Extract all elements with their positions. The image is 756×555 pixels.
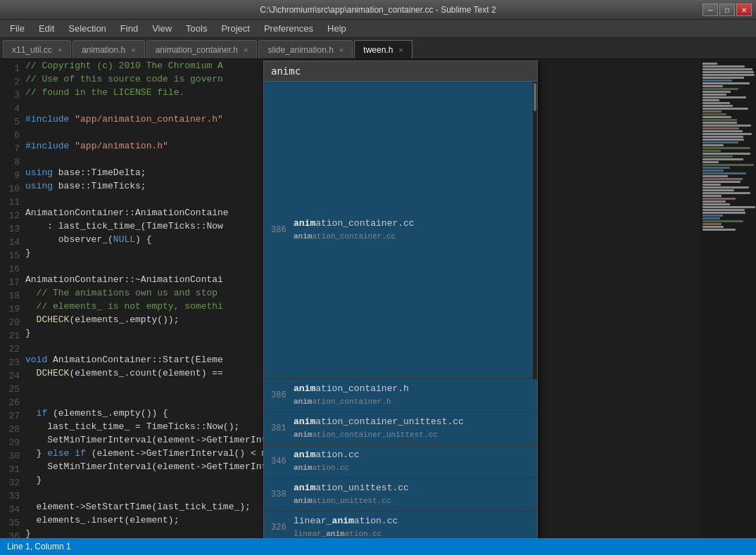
tab-x11_util-cc[interactable]: x11_util.cc× bbox=[3, 40, 71, 58]
menu-item-preferences[interactable]: Preferences bbox=[257, 21, 320, 36]
minimap-line bbox=[703, 71, 754, 73]
minimap bbox=[700, 59, 756, 538]
minimap-line bbox=[703, 122, 737, 124]
tab-close-btn[interactable]: × bbox=[244, 46, 248, 54]
ac-item-wrapper: 338animation_unittest.ccanimation_unitte… bbox=[264, 478, 537, 511]
minimap-line bbox=[703, 130, 743, 132]
autocomplete-input[interactable] bbox=[264, 61, 537, 82]
tab-animation_container-h[interactable]: animation_container.h× bbox=[146, 40, 258, 58]
minimap-line bbox=[703, 63, 717, 65]
line-number: 11 bbox=[0, 196, 20, 209]
minimap-line bbox=[703, 161, 719, 163]
line-number: 15 bbox=[0, 249, 20, 262]
line-number: 31 bbox=[0, 463, 20, 476]
minimap-line bbox=[703, 147, 750, 149]
tab-close-btn[interactable]: × bbox=[131, 46, 135, 54]
autocomplete-item[interactable]: 386animation_container.hanimation_contai… bbox=[264, 379, 537, 412]
line-number: 22 bbox=[0, 343, 20, 356]
menu-item-find[interactable]: Find bbox=[113, 21, 145, 36]
minimap-line bbox=[703, 105, 733, 107]
tab-close-btn[interactable]: × bbox=[398, 46, 403, 54]
menu-item-project[interactable]: Project bbox=[214, 21, 256, 36]
line-number: 35 bbox=[0, 516, 20, 530]
tab-label: x11_util.cc bbox=[12, 45, 52, 55]
status-bar: Line 1, Column 1 bbox=[0, 538, 756, 555]
ac-filename: animation_container.cc bbox=[294, 217, 526, 230]
minimap-line bbox=[703, 141, 738, 143]
autocomplete-item[interactable]: 386animation_container.ccanimation_conta… bbox=[264, 82, 533, 379]
minimize-button[interactable]: ─ bbox=[703, 4, 718, 16]
minimap-line bbox=[703, 170, 724, 172]
minimap-line bbox=[703, 167, 730, 169]
autocomplete-list: 386animation_container.ccanimation_conta… bbox=[264, 82, 537, 538]
minimap-line bbox=[703, 155, 733, 158]
autocomplete-item[interactable]: 381animation_container_unittest.ccanimat… bbox=[264, 412, 537, 445]
minimap-line bbox=[703, 136, 743, 138]
menu-item-view[interactable]: View bbox=[145, 21, 179, 36]
minimap-line bbox=[703, 94, 726, 96]
line-number: 26 bbox=[0, 396, 20, 409]
line-number: 3 bbox=[0, 89, 20, 102]
minimap-line bbox=[703, 119, 737, 121]
tab-label: animation.h bbox=[82, 45, 125, 55]
line-number: 27 bbox=[0, 409, 20, 423]
minimap-line bbox=[703, 206, 755, 208]
ac-item-num: 346 bbox=[271, 455, 294, 468]
minimap-line bbox=[703, 209, 745, 211]
tab-close-btn[interactable]: × bbox=[339, 46, 344, 54]
minimap-line bbox=[703, 178, 743, 180]
ac-item-wrapper: 346animation.ccanimation.cc bbox=[264, 445, 537, 478]
minimap-line bbox=[703, 229, 736, 231]
minimap-line bbox=[703, 212, 745, 214]
minimap-line bbox=[703, 74, 755, 76]
minimap-line bbox=[703, 150, 721, 152]
ac-item-num: 386 bbox=[271, 389, 294, 402]
line-number: 16 bbox=[0, 262, 20, 276]
minimap-line bbox=[703, 113, 726, 115]
line-number: 5 bbox=[0, 115, 20, 129]
ac-filename: animation.cc bbox=[294, 448, 530, 461]
tab-animation-h[interactable]: animation.h× bbox=[73, 40, 144, 58]
close-button[interactable]: ✕ bbox=[736, 4, 752, 16]
ac-filename: linear_animation.cc bbox=[294, 514, 530, 528]
line-number: 18 bbox=[0, 289, 20, 302]
tab-slide_animation-h[interactable]: slide_animation.h× bbox=[258, 40, 353, 58]
maximize-button[interactable]: □ bbox=[719, 4, 735, 16]
ac-item-wrapper: 381animation_container_unittest.ccanimat… bbox=[264, 412, 537, 445]
minimap-line bbox=[703, 164, 754, 166]
autocomplete-item[interactable]: 346animation.ccanimation.cc bbox=[264, 445, 537, 478]
menu-item-tools[interactable]: Tools bbox=[179, 21, 214, 36]
minimap-line bbox=[703, 82, 750, 84]
menu-item-file[interactable]: File bbox=[3, 21, 32, 36]
scrollbar-thumb[interactable] bbox=[534, 83, 536, 111]
ac-sub: linear_animation.cc bbox=[294, 528, 530, 538]
minimap-content bbox=[700, 59, 756, 234]
autocomplete-item[interactable]: 326linear_animation.cclinear_animation.c… bbox=[264, 511, 537, 538]
minimap-line bbox=[703, 153, 750, 155]
tab-tween-h[interactable]: tween.h× bbox=[354, 40, 412, 58]
code-editor[interactable]: // Copyright (c) 2010 The Chromium A// U… bbox=[25, 59, 700, 538]
tab-close-btn[interactable]: × bbox=[58, 46, 62, 54]
menu-item-help[interactable]: Help bbox=[320, 21, 353, 36]
line-number: 9 bbox=[0, 169, 20, 182]
minimap-line bbox=[703, 226, 724, 228]
minimap-line bbox=[703, 85, 723, 87]
line-numbers: 1234567891011121314151617181920212223242… bbox=[0, 59, 25, 538]
tab-label: animation_container.h bbox=[156, 45, 238, 55]
minimap-line bbox=[703, 102, 730, 104]
minimap-line bbox=[703, 110, 722, 113]
line-number: 24 bbox=[0, 369, 20, 383]
minimap-line bbox=[703, 192, 750, 194]
autocomplete-item[interactable]: 338animation_unittest.ccanimation_unitte… bbox=[264, 478, 537, 511]
menu-item-selection[interactable]: Selection bbox=[61, 21, 113, 36]
line-number: 23 bbox=[0, 356, 20, 369]
ac-item-num: 386 bbox=[271, 224, 294, 237]
minimap-line bbox=[703, 215, 723, 217]
tab-bar: x11_util.cc×animation.h×animation_contai… bbox=[0, 38, 756, 59]
autocomplete-scrollbar[interactable] bbox=[533, 82, 537, 379]
minimap-line bbox=[703, 99, 719, 101]
line-number: 34 bbox=[0, 503, 20, 516]
title-bar: C:\J\chromium\src\app\animation_containe… bbox=[0, 0, 756, 20]
window-title: C:\J\chromium\src\app\animation_containe… bbox=[6, 5, 750, 15]
menu-item-edit[interactable]: Edit bbox=[32, 21, 61, 36]
